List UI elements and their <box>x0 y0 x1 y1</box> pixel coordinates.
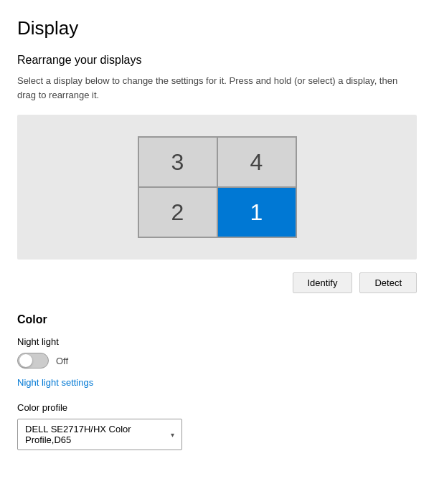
rearrange-description: Select a display below to change the set… <box>17 74 417 102</box>
night-light-toggle[interactable] <box>17 353 49 369</box>
display-area: 3 4 2 1 <box>17 115 417 260</box>
night-light-state: Off <box>56 356 68 366</box>
monitor-2[interactable]: 2 <box>138 187 217 237</box>
chevron-down-icon: ▾ <box>171 431 174 439</box>
color-heading: Color <box>17 313 417 326</box>
night-light-settings-link[interactable]: Night light settings <box>17 377 93 388</box>
detect-button[interactable]: Detect <box>359 272 417 293</box>
page-title: Display <box>17 17 417 39</box>
monitor-3[interactable]: 3 <box>138 137 217 187</box>
color-profile-label: Color profile <box>17 402 417 413</box>
button-row: Identify Detect <box>17 272 417 293</box>
toggle-knob <box>19 354 32 367</box>
monitor-4[interactable]: 4 <box>217 137 296 187</box>
color-section: Color Night light Off Night light settin… <box>17 313 417 450</box>
rearrange-heading: Rearrange your displays <box>17 54 417 67</box>
monitor-1[interactable]: 1 <box>217 187 296 237</box>
monitor-grid: 3 4 2 1 <box>138 136 297 238</box>
night-light-toggle-row: Off <box>17 353 417 369</box>
night-light-label: Night light <box>17 336 417 347</box>
identify-button[interactable]: Identify <box>293 272 353 293</box>
color-profile-dropdown[interactable]: DELL SE2717H/HX Color Profile,D65 ▾ <box>17 419 182 450</box>
color-profile-value: DELL SE2717H/HX Color Profile,D65 <box>25 424 165 445</box>
